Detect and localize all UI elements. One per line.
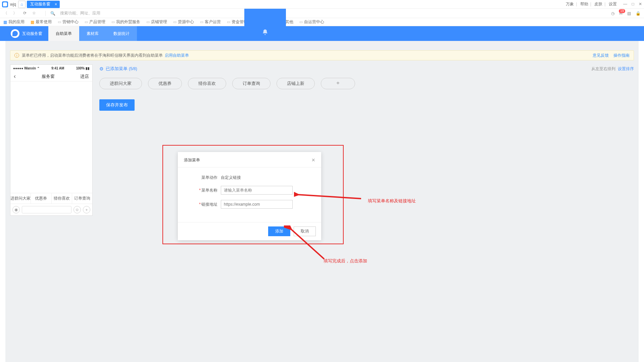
phone-battery: 100% ▮▮ — [76, 66, 90, 70]
menu-pill-4[interactable]: 店铺上新 — [277, 78, 315, 89]
message-icon[interactable]: ✉19 — [619, 11, 623, 16]
phone-back-icon[interactable]: ‹ — [14, 73, 16, 80]
sort-label: 从左至右排列 — [591, 66, 615, 71]
search-icon[interactable]: 🔍 — [50, 11, 55, 16]
link-settings[interactable]: 设置 — [609, 2, 617, 6]
profile-name: wjq — [10, 2, 16, 7]
window-bar: wjq ⌂ 互动服务窗 × 万象| 帮助| 皮肤| 设置 — □ ✕ — [0, 0, 644, 9]
phone-time: 9:41 AM — [51, 66, 64, 70]
bm-item-1[interactable]: ▭产品管理 — [85, 19, 105, 25]
action-value: 自定义链接 — [221, 175, 241, 180]
tab-close-icon[interactable]: × — [55, 2, 57, 7]
app-title: 互动服务窗 — [22, 31, 42, 37]
annotation-2: 填写完成后，点击添加 — [324, 258, 367, 264]
info-icon: i — [14, 53, 19, 58]
feedback-link[interactable]: 意见反馈 — [593, 53, 609, 58]
tab-selfmenu[interactable]: 自助菜单 — [48, 26, 79, 41]
phone-menu-0[interactable]: 进群问大家 — [10, 193, 31, 204]
modal-title: 添加菜单 — [184, 157, 200, 163]
phone-menu-3[interactable]: 订单查询 — [72, 193, 92, 204]
menu-pill-0[interactable]: 进群问大家 — [99, 78, 142, 89]
work-area: i 菜单栏已停用，启动菜单功能后消费者将在手淘和旺信聊天界面内看到自助菜单 启用… — [5, 41, 639, 362]
browser-tab[interactable]: 互动服务窗 × — [27, 1, 60, 8]
close-icon[interactable]: ✕ — [639, 2, 642, 6]
plus-icon[interactable]: ＋ — [83, 206, 90, 213]
forward-icon[interactable]: 〉 — [13, 11, 17, 15]
phone-carrier: ●●●●● Wanxin ⌃ — [13, 66, 40, 70]
tab-stats[interactable]: 数据统计 — [106, 26, 137, 41]
sort-link[interactable]: 设置排序 — [618, 66, 634, 71]
browser-tab-title: 互动服务窗 — [30, 1, 50, 7]
phone-title: 服务窗 — [42, 73, 55, 80]
bm-item-3[interactable]: ▭店铺管理 — [146, 19, 167, 25]
bm-item-9[interactable]: ▭自运营中心 — [299, 19, 324, 25]
minimize-icon[interactable]: — — [623, 2, 627, 6]
app-logo-icon — [2, 1, 8, 7]
phone-enter[interactable]: 进店 — [80, 73, 89, 80]
service-logo-icon — [11, 29, 19, 38]
link-wanxiang[interactable]: 万象 — [566, 2, 574, 6]
added-count: (5/8) — [129, 66, 137, 71]
emoji-icon[interactable]: ☺ — [73, 206, 81, 213]
bm-item-2[interactable]: ▭我的外贸服务 — [111, 19, 140, 25]
modal-cancel-button[interactable]: 取消 — [294, 226, 316, 236]
save-publish-button[interactable]: 保存并发布 — [99, 99, 135, 111]
clock-icon[interactable]: ◷ — [611, 11, 614, 16]
lock-icon[interactable]: 🔒 — [636, 11, 641, 16]
menu-url-input[interactable] — [221, 200, 293, 209]
bm-most[interactable]: ▦最常使用 — [31, 19, 52, 25]
bm-item-5[interactable]: ▭客户运营 — [200, 19, 221, 25]
notification-banner[interactable] — [244, 9, 286, 39]
menu-pill-1[interactable]: 优惠券 — [148, 78, 182, 89]
voice-icon[interactable]: ◉ — [12, 206, 20, 213]
guide-link[interactable]: 操作指南 — [613, 53, 630, 58]
phone-preview: ●●●●● Wanxin ⌃ 9:41 AM 100% ▮▮ ‹ 服务窗 进店 … — [10, 64, 93, 216]
reload-icon[interactable]: ⟳ — [23, 11, 27, 15]
card-icon[interactable]: ▤ — [627, 11, 631, 16]
notice-text: 菜单栏已停用，启动菜单功能后消费者将在手淘和旺信聊天界面内看到自助菜单 — [22, 53, 163, 58]
window-right: 万象| 帮助| 皮肤| 设置 — □ ✕ — [564, 1, 642, 7]
modal-close-icon[interactable]: × — [311, 157, 315, 164]
notice-link[interactable]: 启用自助菜单 — [165, 53, 189, 58]
message-badge: 19 — [619, 9, 625, 13]
link-skin[interactable]: 皮肤 — [594, 2, 602, 6]
url-label: 链接地址 — [201, 202, 217, 207]
gear-icon[interactable]: ⚙ — [99, 66, 104, 71]
bell-icon — [262, 29, 268, 36]
menu-pill-2[interactable]: 猜你喜欢 — [188, 78, 226, 89]
action-label: 菜单动作 — [187, 175, 221, 180]
search-placeholder[interactable]: 搜索功能、网址、应用 — [60, 10, 100, 16]
phone-input[interactable] — [22, 206, 71, 213]
name-label: 菜单名称 — [201, 188, 217, 193]
phone-menu-1[interactable]: 优惠券 — [31, 193, 51, 204]
menu-pill-3[interactable]: 订单查询 — [232, 78, 270, 89]
modal-add-button[interactable]: 添加 — [268, 226, 290, 236]
maximize-icon[interactable]: □ — [632, 2, 634, 6]
bm-item-4[interactable]: ▭货源中心 — [173, 19, 194, 25]
added-title: 已添加菜单 — [106, 66, 128, 72]
back-icon[interactable]: 〈 — [3, 11, 7, 15]
menu-name-input[interactable] — [221, 186, 293, 195]
link-help[interactable]: 帮助 — [580, 2, 588, 6]
nav-controls: 〈 〉 ⟳ ☆ — [3, 10, 41, 16]
tab-material[interactable]: 素材库 — [79, 26, 106, 41]
address-bar: 〈 〉 ⟳ ☆ 🔍 搜索功能、网址、应用 ◷ ✉19 ▤ 🔒 — [0, 9, 644, 18]
add-menu-modal: 添加菜单 × 菜单动作 自定义链接 *菜单名称 *链接地址 添加 取消 — [178, 152, 321, 240]
home-button[interactable]: ⌂ — [18, 1, 26, 8]
bookmark-bar: ▦我的应用 ▦最常使用 ▭营销中心 ▭产品管理 ▭我的外贸服务 ▭店铺管理 ▭货… — [0, 18, 644, 26]
bm-item-0[interactable]: ▭营销中心 — [58, 19, 79, 25]
app-bar: 互动服务窗 自助菜单 素材库 数据统计 — [0, 26, 644, 41]
add-menu-button[interactable]: ＋ — [321, 78, 355, 89]
bm-myapp[interactable]: ▦我的应用 — [3, 19, 24, 25]
notice-bar: i 菜单栏已停用，启动菜单功能后消费者将在手淘和旺信聊天界面内看到自助菜单 启用… — [10, 50, 634, 60]
phone-menu-2[interactable]: 猜你喜欢 — [52, 193, 72, 204]
bookmark-icon[interactable]: ☆ — [32, 11, 36, 15]
